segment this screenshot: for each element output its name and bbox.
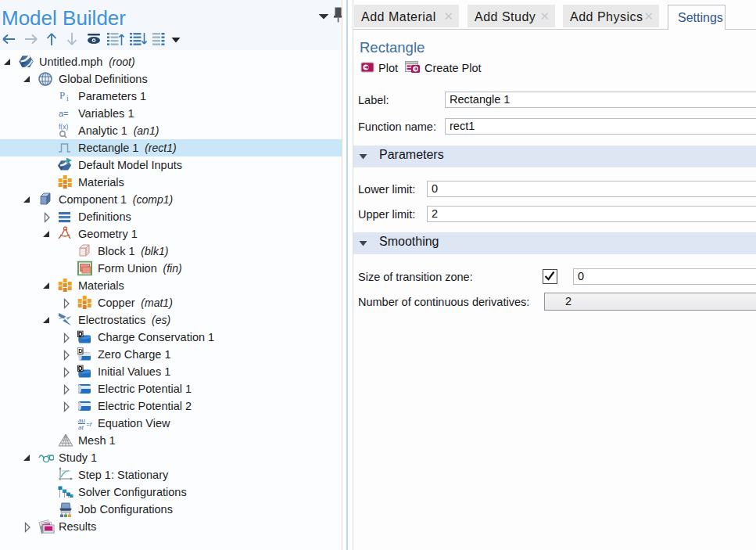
svg-text:D: D	[78, 348, 83, 355]
svg-text:P: P	[59, 89, 65, 101]
svg-text:i: i	[66, 94, 69, 102]
svg-text:f(x): f(x)	[59, 123, 68, 131]
svg-text:a=: a=	[59, 109, 69, 118]
svg-text:=f: =f	[86, 421, 92, 428]
svg-text:au: au	[78, 417, 85, 424]
svg-text:at: at	[78, 424, 84, 430]
